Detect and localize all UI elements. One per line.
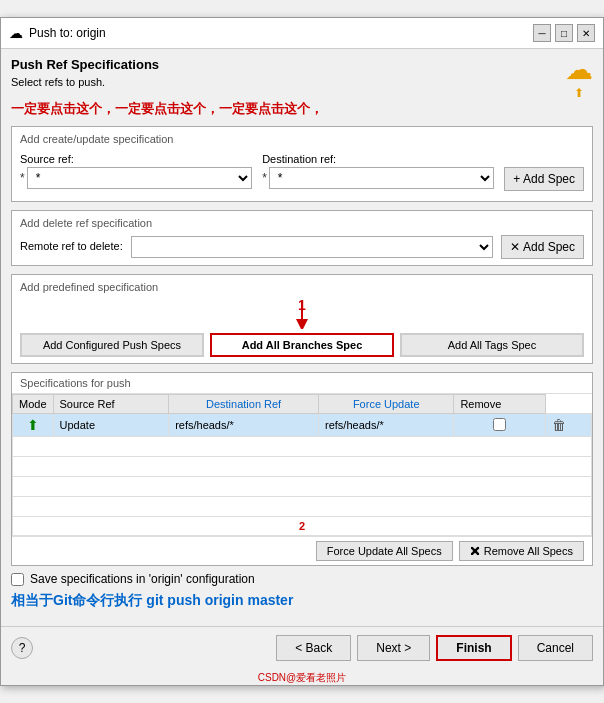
specs-table: Mode Source Ref Destination Ref Force Up… xyxy=(12,394,592,536)
help-button[interactable]: ? xyxy=(11,637,33,659)
empty-row-2 xyxy=(13,457,592,477)
nav-buttons: < Back Next > Finish Cancel xyxy=(276,635,593,661)
chinese-bottom: 相当于Git命令行执行 git push origin master xyxy=(11,592,593,610)
dest-ref-select[interactable]: * xyxy=(269,167,494,189)
back-btn[interactable]: < Back xyxy=(276,635,351,661)
row-icon: ⬆ xyxy=(13,414,54,437)
title-bar: ☁ Push to: origin ─ □ ✕ xyxy=(1,18,603,49)
add-configured-btn[interactable]: Add Configured Push Specs xyxy=(20,333,204,357)
add-all-tags-btn[interactable]: Add All Tags Spec xyxy=(400,333,584,357)
source-star: * xyxy=(20,171,25,185)
create-update-section: Add create/update specification Source r… xyxy=(11,126,593,202)
specs-actions: Force Update All Specs 🗙 Remove All Spec… xyxy=(12,536,592,565)
predefined-buttons: Add Configured Push Specs Add All Branch… xyxy=(20,333,584,357)
save-row: Save specifications in 'origin' configur… xyxy=(11,572,593,586)
force-update-all-btn[interactable]: Force Update All Specs xyxy=(316,541,453,561)
window-title: Push to: origin xyxy=(29,26,106,40)
remove-all-btn[interactable]: 🗙 Remove All Specs xyxy=(459,541,584,561)
source-ref-select[interactable]: * xyxy=(27,167,252,189)
maximize-btn[interactable]: □ xyxy=(555,24,573,42)
create-update-label: Add create/update specification xyxy=(20,133,584,145)
save-checkbox[interactable] xyxy=(11,573,24,586)
add-delete-spec-btn[interactable]: ✕ Add Spec xyxy=(501,235,584,259)
predefined-section: Add predefined specification 1 xyxy=(11,274,593,364)
table-row: ⬆ Update refs/heads/* refs/heads/* 🗑 xyxy=(13,414,592,437)
empty-row-1 xyxy=(13,437,592,457)
close-btn[interactable]: ✕ xyxy=(577,24,595,42)
window-controls: ─ □ ✕ xyxy=(533,24,595,42)
specs-header: Specifications for push xyxy=(12,373,592,394)
bottom-bar: ? < Back Next > Finish Cancel xyxy=(1,626,603,669)
delete-section: Add delete ref specification Remote ref … xyxy=(11,210,593,266)
source-ref-label: Source ref: xyxy=(20,153,252,165)
cloud-icon: ☁ ⬆ xyxy=(565,53,593,100)
empty-row-4 xyxy=(13,497,592,517)
add-all-branches-btn[interactable]: Add All Branches Spec xyxy=(210,333,394,357)
number-2-row: 2 xyxy=(13,517,592,536)
predefined-label: Add predefined specification xyxy=(20,281,584,293)
empty-row-3 xyxy=(13,477,592,497)
dest-ref-label: Destination ref: xyxy=(262,153,494,165)
page-title: Push Ref Specifications xyxy=(11,57,159,72)
col-force: Force Update xyxy=(319,395,454,414)
next-btn[interactable]: Next > xyxy=(357,635,430,661)
content-area: Push Ref Specifications Select refs to p… xyxy=(1,49,603,626)
cancel-btn[interactable]: Cancel xyxy=(518,635,593,661)
finish-btn[interactable]: Finish xyxy=(436,635,511,661)
window-icon: ☁ xyxy=(9,25,23,41)
page-subtitle: Select refs to push. xyxy=(11,76,159,88)
annotation-1: 1 xyxy=(298,297,306,313)
specs-section: Specifications for push Mode Source Ref … xyxy=(11,372,593,566)
force-update-checkbox[interactable] xyxy=(493,418,506,431)
chinese-notice: 一定要点击这个，一定要点击这个，一定要点击这个， xyxy=(11,100,593,118)
col-remove: Remove xyxy=(454,395,546,414)
col-mode: Mode xyxy=(13,395,54,414)
delete-icon[interactable]: 🗑 xyxy=(552,417,566,433)
watermark: CSDN@爱看老照片 xyxy=(1,671,603,685)
remote-ref-label: Remote ref to delete: xyxy=(20,240,123,252)
dest-star: * xyxy=(262,171,267,185)
add-create-spec-btn[interactable]: + Add Spec xyxy=(504,167,584,191)
col-source: Source Ref xyxy=(53,395,169,414)
save-label: Save specifications in 'origin' configur… xyxy=(30,572,255,586)
annotation-2: 2 xyxy=(13,517,592,536)
row-source: refs/heads/* xyxy=(169,414,319,437)
row-mode: Update xyxy=(53,414,169,437)
col-dest: Destination Ref xyxy=(169,395,319,414)
remote-ref-select[interactable] xyxy=(131,236,494,258)
row-dest: refs/heads/* xyxy=(319,414,454,437)
row-remove[interactable]: 🗑 xyxy=(546,414,592,437)
delete-label: Add delete ref specification xyxy=(20,217,584,229)
main-window: ☁ Push to: origin ─ □ ✕ Push Ref Specifi… xyxy=(0,17,604,686)
row-force-update[interactable] xyxy=(454,414,546,437)
minimize-btn[interactable]: ─ xyxy=(533,24,551,42)
